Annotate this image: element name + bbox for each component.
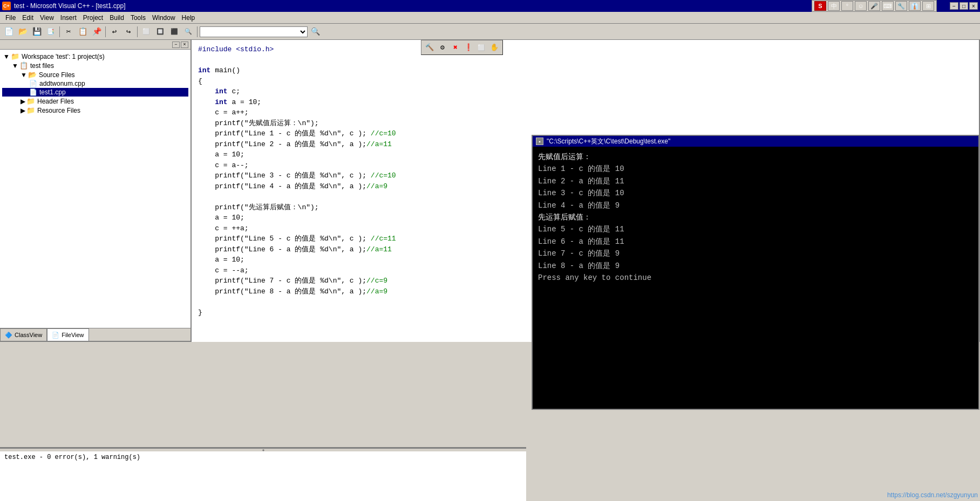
menu-tools[interactable]: Tools — [127, 13, 149, 23]
testfiles-label: test files — [30, 62, 54, 70]
left-panel: − × ▼ 📁 Workspace 'test': 1 project(s) ▼… — [0, 40, 192, 342]
resourcefiles-label: Resource Files — [37, 107, 80, 114]
tb-btn2[interactable]: 🔲 — [154, 26, 167, 38]
ime-punct-btn[interactable]: ° — [841, 1, 853, 11]
tree-test1cpp[interactable]: 📄 test1.cpp — [2, 88, 188, 97]
sep3 — [137, 26, 138, 37]
new-btn[interactable]: 📄 — [2, 26, 15, 38]
ime-mic-btn[interactable]: 🎤 — [868, 1, 880, 11]
line-brace-close: } — [198, 308, 202, 317]
ime-keyboard-btn[interactable]: ⌨ — [882, 1, 894, 11]
sourcefiles-label: Source Files — [39, 71, 75, 79]
ime-tool2-btn[interactable]: 👔 — [909, 1, 921, 11]
ime-emoji-btn[interactable]: ☺ — [855, 1, 867, 11]
tb-btn3[interactable]: ⬛ — [168, 26, 181, 38]
line-brace-open: { — [198, 77, 202, 85]
hand-btn[interactable]: ✋ — [488, 42, 500, 53]
panel-pin-btn[interactable]: − — [172, 42, 180, 48]
console-window: ▪ "C:\Scripts\C++英文\C\test\Debug\test.ex… — [532, 135, 979, 410]
console-title-bar: ▪ "C:\Scripts\C++英文\C\test\Debug\test.ex… — [533, 136, 978, 147]
menu-edit[interactable]: Edit — [19, 13, 37, 23]
sep1 — [59, 26, 60, 37]
bottom-output: test.exe - 0 error(s), 1 warning(s) — [0, 451, 526, 501]
close-btn[interactable]: × — [969, 2, 978, 10]
tree-resourcefiles[interactable]: ▶ 📁 Resource Files — [2, 106, 188, 115]
open-btn[interactable]: 📂 — [16, 26, 29, 38]
save-all-btn[interactable]: 📑 — [44, 26, 57, 38]
line-a-10-1: a = 10; — [198, 150, 244, 159]
tree-workspace[interactable]: ▼ 📁 Workspace 'test': 1 project(s) — [2, 52, 188, 61]
panel-close-btn[interactable]: × — [181, 42, 188, 48]
toolbar-debug: 🔨 ⚙ ✖ ❗ ⬜ ✋ — [421, 40, 503, 55]
menu-view[interactable]: View — [37, 13, 57, 23]
line-int-a: int a = 10; — [198, 98, 261, 106]
left-tabs: 🔷 ClassView 📄 FileView — [0, 328, 190, 341]
minimize-btn[interactable]: − — [950, 2, 958, 10]
fileview-label: FileView — [62, 332, 84, 338]
ime-grid-btn[interactable]: ⊞ — [922, 1, 934, 11]
maximize-btn[interactable]: □ — [959, 2, 968, 10]
title-bar-controls: − □ × — [950, 2, 978, 10]
console-title-text: "C:\Scripts\C++英文\C\test\Debug\test.exe" — [547, 137, 670, 146]
tab-fileview[interactable]: 📄 FileView — [47, 328, 89, 341]
console-icon: ▪ — [536, 138, 543, 145]
title-bar-left: C+ test - Microsoft Visual C++ - [test1.… — [2, 2, 126, 10]
tb-btn1[interactable]: ⬜ — [140, 26, 153, 38]
breakpoint-btn[interactable]: ⬜ — [475, 42, 487, 53]
app-container: C+ test - Microsoft Visual C++ - [test1.… — [0, 0, 980, 501]
menu-build[interactable]: Build — [106, 13, 127, 23]
tree-headerfiles[interactable]: ▶ 📁 Header Files — [2, 97, 188, 106]
headerfiles-expand-icon: ▶ — [21, 98, 25, 105]
console-line-1: 先赋值后运算： — [538, 153, 591, 161]
copy-btn[interactable]: 📋 — [76, 26, 89, 38]
line-printf8: printf("Line 6 - a 的值是 %d\n", a );//a=11 — [198, 245, 392, 253]
search-combo[interactable] — [200, 26, 308, 37]
line-int-main-rest: main() — [210, 66, 240, 74]
debug-go-btn[interactable]: ❗ — [462, 42, 474, 53]
addtwonum-label: addtwonum.cpp — [39, 80, 85, 87]
workspace-expand-icon: ▼ — [3, 53, 10, 60]
search-btn[interactable]: 🔍 — [309, 26, 322, 38]
save-btn[interactable]: 💾 — [30, 26, 43, 38]
line-printf4: printf("Line 3 - c 的值是 %d\n", c ); //c=1… — [198, 171, 396, 180]
fileview-icon: 📄 — [52, 332, 59, 339]
watermark: https://blog.csdn.net/szgyunyun — [887, 491, 978, 499]
title-text: test - Microsoft Visual C++ - [test1.cpp… — [14, 2, 126, 10]
console-line-7: Line 5 - c 的值是 11 Line 6 - a 的值是 11 Line… — [538, 225, 651, 282]
build-btn[interactable]: ⚙ — [437, 42, 448, 53]
tree-testfiles[interactable]: ▼ 📋 test files — [2, 61, 188, 70]
sourcefiles-expand-icon: ▼ — [21, 71, 27, 79]
classview-icon: 🔷 — [5, 332, 12, 339]
ime-chinese-btn[interactable]: 中 — [828, 1, 840, 11]
find-in-files-btn[interactable]: 🔍 — [182, 26, 195, 38]
redo-btn[interactable]: ↪ — [122, 26, 135, 38]
paste-btn[interactable]: 📌 — [90, 26, 103, 38]
line-printf10: printf("Line 8 - a 的值是 %d\n", a );//a=9 — [198, 287, 387, 296]
menu-file[interactable]: File — [2, 13, 19, 23]
line-a-10-2: a = 10; — [198, 214, 244, 222]
console-line-6: 先运算后赋值： — [538, 213, 591, 222]
line-printf7: printf("Line 5 - c 的值是 %d\n", c ); //c=1… — [198, 235, 396, 243]
ime-s-btn[interactable]: S — [814, 1, 826, 11]
classview-label: ClassView — [15, 332, 42, 338]
tree-sourcefiles[interactable]: ▼ 📂 Source Files — [2, 70, 188, 79]
stop-btn[interactable]: ✖ — [450, 42, 461, 53]
headerfiles-icon: 📁 — [26, 97, 35, 105]
tree-addtwonum[interactable]: 📄 addtwonum.cpp — [2, 79, 188, 88]
addtwonum-icon: 📄 — [29, 80, 37, 87]
resourcefiles-expand-icon: ▶ — [21, 107, 25, 114]
ime-tool1-btn[interactable]: 🔧 — [895, 1, 907, 11]
title-bar: C+ test - Microsoft Visual C++ - [test1.… — [0, 0, 980, 12]
undo-btn[interactable]: ↩ — [108, 26, 121, 38]
watermark-text: https://blog.csdn.net/szgyunyun — [887, 491, 978, 499]
build-output: test.exe - 0 error(s), 1 warning(s) — [4, 454, 140, 461]
tab-classview[interactable]: 🔷 ClassView — [0, 328, 47, 341]
compile-btn[interactable]: 🔨 — [424, 42, 435, 53]
menu-project[interactable]: Project — [80, 13, 106, 23]
menu-window[interactable]: Window — [149, 13, 179, 23]
cut-btn[interactable]: ✂ — [62, 26, 75, 38]
menu-insert[interactable]: Insert — [57, 13, 80, 23]
line-include: #include <stdio.h> — [198, 45, 274, 53]
panel-close-btns: − × — [172, 42, 188, 48]
menu-help[interactable]: Help — [179, 13, 199, 23]
